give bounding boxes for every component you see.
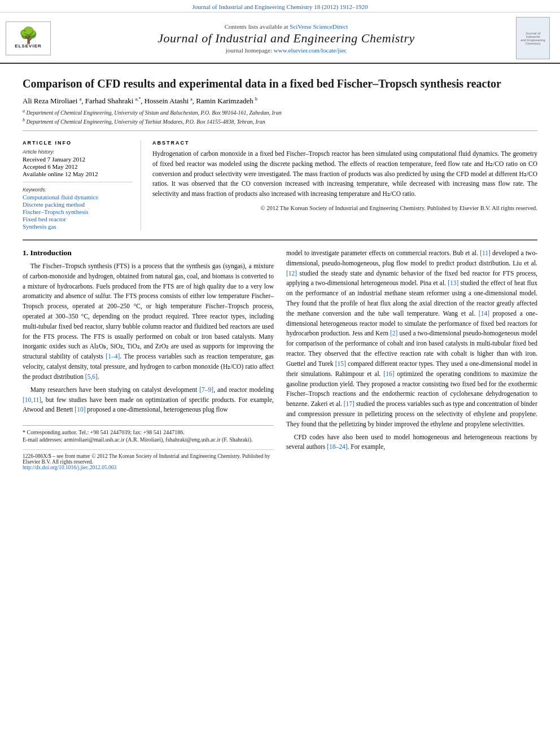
ref-1-4[interactable]: [1–4]: [106, 353, 120, 360]
article-info-label: ARTICLE INFO: [23, 140, 133, 146]
affiliation-b: b Department of Chemical Engineering, Un…: [23, 117, 537, 125]
journal-thumb-label: Journal ofIndustrialand EngineeringChemi…: [520, 32, 545, 45]
body-divider: [23, 239, 537, 241]
affiliations: a Department of Chemical Engineering, Un…: [23, 108, 537, 125]
info-divider: [23, 182, 133, 182]
article-title: Comparison of CFD results and experiment…: [23, 76, 537, 91]
available-date: Available online 12 May 2012: [23, 171, 133, 177]
journal-banner: Journal of Industrial and Engineering Ch…: [0, 0, 560, 12]
ref-13[interactable]: [13]: [448, 279, 458, 286]
ref-10[interactable]: [10]: [75, 406, 85, 413]
homepage-label: journal homepage:: [226, 47, 272, 54]
body-section: 1. Introduction The Fischer–Tropsch synt…: [23, 248, 537, 470]
homepage-url[interactable]: www.elsevier.com/locate/jiec: [274, 47, 347, 54]
elsevier-logo-box: 🌳 ELSEVIER: [6, 21, 51, 55]
keywords-label: Keywords:: [23, 187, 133, 193]
ref-2[interactable]: [2]: [390, 330, 397, 337]
doi-line: http://dx.doi.org/10.1016/j.jiec.2012.05…: [23, 465, 274, 470]
article-info-col: ARTICLE INFO Article history: Received 7…: [23, 140, 141, 230]
abstract-text: Hydrogenation of carbon monoxide in a fi…: [152, 149, 537, 199]
author-2: Farhad Shahraki a,*: [85, 97, 141, 105]
ref-5-6[interactable]: [5,6]: [85, 373, 98, 380]
footnote-area: * Corresponding author. Tel.: +98 541 24…: [23, 425, 274, 443]
article-title-section: Comparison of CFD results and experiment…: [23, 64, 537, 131]
section1-para2: Many researchers have been studying on c…: [23, 385, 274, 415]
footnote-corresponding: * Corresponding author. Tel.: +98 541 24…: [23, 429, 274, 435]
footnote-emails: E-mail addresses: armiroliaei@mail.ush.a…: [23, 436, 274, 443]
sciverse-link[interactable]: SciVerse ScienceDirect: [290, 23, 348, 30]
right-para1: model to investigate parameter effects o…: [286, 248, 537, 430]
received-date: Received 7 January 2012: [23, 156, 133, 163]
journal-title: Journal of Industrial and Engineering Ch…: [56, 31, 516, 46]
keyword-3: Fischer–Tropsch synthesis: [23, 208, 133, 215]
keyword-1: Computational fluid dynamics: [23, 194, 133, 200]
journal-citation: Journal of Industrial and Engineering Ch…: [192, 3, 368, 10]
journal-header: 🌳 ELSEVIER Contents lists available at S…: [0, 12, 560, 64]
keyword-2: Discrete packing method: [23, 201, 133, 208]
author-4: Ramin Karimzadeh b: [196, 97, 257, 105]
authors-line: Ali Reza Miroliaei a, Farhad Shahraki a,…: [23, 97, 537, 106]
keyword-4: Fixed bed reactor: [23, 216, 133, 222]
section1-text-right: model to investigate parameter effects o…: [286, 248, 537, 452]
ref-10-11[interactable]: [10,11]: [23, 396, 41, 403]
ref-15[interactable]: [15]: [335, 360, 346, 367]
contents-line: Contents lists available at SciVerse Sci…: [56, 23, 516, 30]
bottom-banner: 1226-086X/$ – see front matter © 2012 Th…: [23, 449, 274, 470]
section1-text-left: The Fischer–Tropsch synthesis (FTS) is a…: [23, 261, 274, 415]
issn-line: 1226-086X/$ – see front matter © 2012 Th…: [23, 453, 274, 465]
accepted-date: Accepted 6 May 2012: [23, 163, 133, 170]
keyword-5: Synthesis gas: [23, 223, 133, 230]
contents-text: Contents lists available at: [225, 23, 290, 30]
ref-14[interactable]: [14]: [479, 310, 489, 317]
ref-17[interactable]: [17]: [344, 400, 355, 407]
doi-link[interactable]: http://dx.doi.org/10.1016/j.jiec.2012.05…: [23, 465, 116, 470]
right-para2: CFD codes have also been used to model h…: [286, 433, 537, 453]
article-meta-section: ARTICLE INFO Article history: Received 7…: [23, 140, 537, 230]
elsevier-tree-icon: 🌳: [19, 28, 38, 43]
elsevier-name: ELSEVIER: [15, 43, 42, 49]
author-1: Ali Reza Miroliaei a: [23, 97, 81, 105]
ref-7-9[interactable]: [7–9]: [199, 386, 213, 393]
affiliation-a: a Department of Chemical Engineering, Un…: [23, 108, 537, 116]
email-values: armiroliaei@mail.ush.ac.ir (A.R. Mirolia…: [64, 436, 252, 443]
email-label: E-mail addresses:: [23, 436, 63, 443]
author-3: Hossein Atashi a: [145, 97, 193, 105]
abstract-label: ABSTRACT: [152, 140, 537, 146]
elsevier-logo: 🌳 ELSEVIER: [6, 21, 56, 55]
ref-12[interactable]: [12]: [286, 270, 297, 277]
section1-para1: The Fischer–Tropsch synthesis (FTS) is a…: [23, 261, 274, 382]
journal-thumbnail: Journal ofIndustrialand EngineeringChemi…: [516, 17, 550, 59]
main-content: Comparison of CFD results and experiment…: [0, 64, 560, 482]
ref-18-24[interactable]: [18–24]: [327, 443, 347, 450]
copyright-line: © 2012 The Korean Society of Industrial …: [152, 205, 537, 211]
ref-16[interactable]: [16]: [383, 370, 394, 377]
ref-11[interactable]: [11]: [480, 250, 491, 256]
journal-header-center: Contents lists available at SciVerse Sci…: [56, 23, 516, 54]
abstract-col: ABSTRACT Hydrogenation of carbon monoxid…: [152, 140, 537, 230]
body-right-col: model to investigate parameter effects o…: [286, 248, 537, 470]
keywords-section: Keywords: Computational fluid dynamics D…: [23, 187, 133, 230]
history-label: Article history:: [23, 149, 133, 155]
section1-heading: 1. Introduction: [23, 248, 274, 257]
homepage-line: journal homepage: www.elsevier.com/locat…: [56, 47, 516, 54]
body-left-col: 1. Introduction The Fischer–Tropsch synt…: [23, 248, 274, 470]
